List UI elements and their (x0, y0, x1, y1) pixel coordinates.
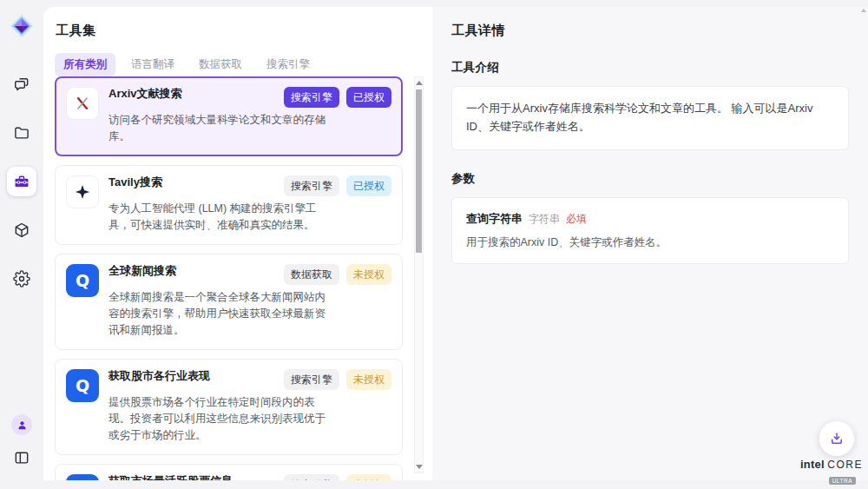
toolbox-icon[interactable] (7, 167, 36, 196)
ultra-badge: ULTRA (829, 477, 856, 485)
rail-bottom (11, 414, 32, 468)
tool-name: 获取股市各行业表现 (108, 369, 210, 384)
core-text: core (827, 459, 863, 471)
tool-desc: 专为人工智能代理 (LLM) 构建的搜索引擎工具，可快速提供实时、准确和真实的结… (108, 201, 327, 235)
stock-q-icon: Q (66, 369, 99, 402)
category-badge: 搜索引擎 (284, 87, 339, 108)
category-badge: 搜索引擎 (284, 369, 339, 390)
tab-all-categories[interactable]: 所有类别 (55, 53, 115, 76)
category-tabs: 所有类别 语言翻译 数据获取 搜索引擎 (55, 53, 432, 76)
app-logo-icon (10, 14, 34, 38)
category-badge: 搜索引擎 (284, 474, 339, 480)
tab-translation[interactable]: 语言翻译 (122, 53, 183, 76)
tool-card-stock-sectors[interactable]: Q 获取股市各行业表现 搜索引擎 未授权 提供股票市场各个行业在特定时间段内的表… (55, 359, 403, 455)
stock-q-icon: Q (66, 474, 99, 480)
tool-card-arxiv[interactable]: Arxiv文献搜索 搜索引擎 已授权 访问各个研究领域大量科学论文和文章的存储库… (55, 76, 403, 156)
user-avatar[interactable] (11, 414, 32, 435)
category-badge: 搜索引擎 (284, 175, 339, 196)
tool-name: Arxiv文献搜索 (108, 87, 182, 102)
tool-name: 全球新闻搜索 (108, 264, 176, 279)
tool-name: Tavily搜索 (108, 175, 162, 190)
arxiv-logo-icon (66, 87, 99, 120)
tool-desc: 提供股票市场各个行业在特定时间段内的表现。投资者可以利用这些信息来识别表现优于或… (108, 394, 327, 445)
list-scrollbar[interactable] (414, 76, 424, 473)
scroll-up-icon[interactable] (416, 81, 423, 85)
tool-card-global-news[interactable]: Q 全球新闻搜索 数据获取 未授权 全球新闻搜索是一个聚合全球各大新闻网站内容的… (55, 254, 403, 350)
news-q-icon: Q (66, 264, 99, 297)
tool-card-tavily[interactable]: Tavily搜索 搜索引擎 已授权 专为人工智能代理 (LLM) 构建的搜索引擎… (55, 165, 403, 245)
chat-icon[interactable] (7, 69, 36, 99)
param-type: 字符串 (529, 212, 560, 227)
param-name: 查询字符串 (466, 211, 523, 227)
scrollbar-thumb[interactable] (416, 89, 422, 253)
page-scroll-up-icon[interactable] (861, 9, 866, 12)
auth-badge: 未授权 (346, 369, 391, 390)
folder-icon[interactable] (7, 118, 36, 148)
auth-badge: 已授权 (346, 87, 391, 108)
param-card: 查询字符串 字符串 必填 用于搜索的Arxiv ID、关键字或作者姓名。 (451, 197, 849, 265)
toolset-panel: 工具集 所有类别 语言翻译 数据获取 搜索引擎 Arxiv文献搜索 搜索引擎 已… (43, 7, 432, 480)
auth-badge: 已授权 (346, 175, 391, 196)
cube-icon[interactable] (7, 215, 36, 245)
details-title: 工具详情 (451, 23, 849, 39)
intel-core-logo: intel core ULTRA (800, 458, 856, 486)
scroll-down-icon[interactable] (416, 465, 423, 469)
auth-badge: 未授权 (346, 474, 391, 480)
toolset-title: 工具集 (56, 23, 432, 39)
intel-text: intel (800, 458, 825, 471)
tool-card-active-stocks[interactable]: Q 获取市场最活跃股票信息 搜索引擎 未授权 提供当天交易量最高的股票列表，投资… (55, 464, 403, 480)
tool-name: 获取市场最活跃股票信息 (108, 474, 233, 480)
intro-text: 一个用于从Arxiv存储库搜索科学论文和文章的工具。 输入可以是Arxiv ID… (466, 100, 834, 136)
tool-desc: 全球新闻搜索是一个聚合全球各大新闻网站内容的搜索引擎，帮助用户快速获取全球最新资… (108, 289, 327, 340)
category-badge: 数据获取 (284, 264, 339, 285)
auth-badge: 未授权 (346, 264, 391, 285)
param-desc: 用于搜索的Arxiv ID、关键字或作者姓名。 (466, 235, 834, 251)
params-heading: 参数 (451, 171, 849, 187)
intro-card: 一个用于从Arxiv存储库搜索科学论文和文章的工具。 输入可以是Arxiv ID… (451, 86, 849, 150)
intro-heading: 工具介绍 (451, 60, 849, 76)
tab-search-engine[interactable]: 搜索引擎 (258, 53, 319, 76)
tool-desc: 访问各个研究领域大量科学论文和文章的存储库。 (108, 112, 327, 146)
tool-details-panel: 工具详情 工具介绍 一个用于从Arxiv存储库搜索科学论文和文章的工具。 输入可… (432, 7, 868, 480)
left-icon-rail (0, 0, 43, 480)
rail-nav (7, 69, 36, 294)
download-button[interactable] (819, 421, 854, 456)
param-required-flag: 必填 (566, 212, 587, 227)
settings-gear-icon[interactable] (7, 264, 36, 294)
panel-toggle-icon[interactable] (11, 447, 32, 468)
tavily-star-icon (66, 175, 99, 208)
tool-list: Arxiv文献搜索 搜索引擎 已授权 访问各个研究领域大量科学论文和文章的存储库… (55, 76, 403, 480)
tab-data-fetch[interactable]: 数据获取 (190, 53, 251, 76)
